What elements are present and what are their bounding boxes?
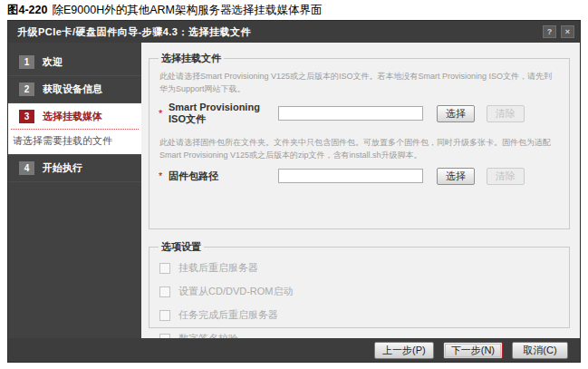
option-label: 设置从CD/DVD-ROM启动 — [178, 285, 294, 298]
dialog-content: 选择挂载文件 此处请选择Smart Provisioning V125或之后版本… — [141, 43, 580, 338]
required-asterisk: * — [157, 108, 169, 119]
mount-file-section-title: 选择挂载文件 — [159, 52, 224, 65]
option-boot-from-cddvd: 设置从CD/DVD-ROM启动 — [159, 285, 560, 298]
required-asterisk: * — [157, 170, 169, 181]
dialog-body: 1 欢迎 2 获取设备信息 3 选择挂载媒体 请选择需要挂载的文件 4 — [8, 43, 580, 338]
figure-title: 图4-220除E9000H外的其他ARM架构服务器选择挂载媒体界面 — [7, 3, 322, 18]
step-number-badge: 1 — [19, 55, 34, 69]
figure-caption: 除E9000H外的其他ARM架构服务器选择挂载媒体界面 — [52, 4, 322, 16]
iso-file-row: * Smart Provisioning ISO文件 选择 清除 — [157, 102, 560, 126]
package-description: 此处请选择固件包所在文件夹。文件夹中只包含固件包。可放置多个固件包，同时升级多张… — [159, 136, 560, 162]
step-number-badge: 4 — [19, 161, 34, 175]
option-restart-after-task: 任务完成后重启服务器 — [159, 308, 560, 322]
step-label: 获取设备信息 — [43, 83, 102, 96]
checkbox-boot-from-cddvd — [159, 286, 170, 297]
option-label: 挂载后重启服务器 — [178, 261, 258, 275]
cancel-button[interactable]: 取消(C) — [512, 342, 568, 359]
previous-button[interactable]: 上一步(P) — [374, 342, 434, 359]
step-item-select-media: 3 选择挂载媒体 — [8, 103, 141, 129]
option-signature-verify: 数字签名校验 — [159, 332, 560, 338]
step-item-device-info: 2 获取设备信息 — [8, 76, 141, 103]
iso-select-button[interactable]: 选择 — [437, 105, 475, 122]
package-path-input[interactable] — [278, 169, 423, 183]
step-number-badge: 2 — [19, 83, 34, 96]
help-icon[interactable]: ? — [543, 25, 556, 38]
close-icon[interactable]: × — [561, 25, 574, 38]
option-label: 任务完成后重启服务器 — [178, 308, 278, 322]
checkbox-restart-after-task — [159, 310, 170, 321]
options-section-title: 选项设置 — [159, 240, 204, 254]
option-restart-after-mount: 挂载后重启服务器 — [159, 261, 560, 275]
dialog-title: 升级PCIe卡/硬盘固件向导-步骤4.3：选择挂载文件 — [17, 25, 538, 39]
package-path-row: * 固件包路径 选择 清除 — [157, 168, 560, 185]
step-label: 欢迎 — [43, 55, 63, 69]
active-step-hint: 请选择需要挂载的文件 — [8, 132, 141, 152]
iso-file-input[interactable] — [278, 106, 423, 121]
next-button[interactable]: 下一步(N) — [443, 342, 503, 359]
iso-clear-button: 清除 — [487, 105, 525, 122]
step-label: 开始执行 — [43, 161, 82, 175]
step-item-welcome: 1 欢迎 — [8, 49, 141, 76]
package-select-button[interactable]: 选择 — [437, 168, 475, 185]
checkbox-restart-after-mount — [159, 263, 170, 274]
package-path-label: 固件包路径 — [169, 170, 278, 183]
step-item-select-media-active: 3 选择挂载媒体 请选择需要挂载的文件 — [8, 103, 141, 155]
figure-number: 图4-220 — [7, 4, 47, 16]
dialog-titlebar: 升级PCIe卡/硬盘固件向导-步骤4.3：选择挂载文件 ? × — [8, 21, 580, 43]
option-label: 数字签名校验 — [178, 332, 238, 338]
step-item-execute: 4 开始执行 — [8, 155, 141, 182]
wizard-dialog: 升级PCIe卡/硬盘固件向导-步骤4.3：选择挂载文件 ? × 1 欢迎 2 获… — [7, 20, 581, 363]
mount-file-section: 选择挂载文件 此处请选择Smart Provisioning V125或之后版本… — [149, 52, 570, 229]
step-number-badge: 3 — [19, 110, 34, 123]
wizard-step-list: 1 欢迎 2 获取设备信息 3 选择挂载媒体 请选择需要挂载的文件 4 — [8, 43, 141, 338]
package-clear-button: 清除 — [487, 168, 525, 185]
iso-description: 此处请选择Smart Provisioning V125或之后版本的ISO文件。… — [159, 70, 560, 96]
options-section: 选项设置 挂载后重启服务器 设置从CD/DVD-ROM启动 任务完成后重启服务器 — [149, 240, 570, 328]
page: 图4-220除E9000H外的其他ARM架构服务器选择挂载媒体界面 升级PCIe… — [0, 0, 588, 369]
active-step-divider — [11, 129, 139, 130]
dialog-footer: 上一步(P) 下一步(N) 取消(C) — [8, 338, 580, 362]
iso-file-label: Smart Provisioning ISO文件 — [169, 102, 278, 126]
step-label: 选择挂载媒体 — [43, 110, 102, 123]
